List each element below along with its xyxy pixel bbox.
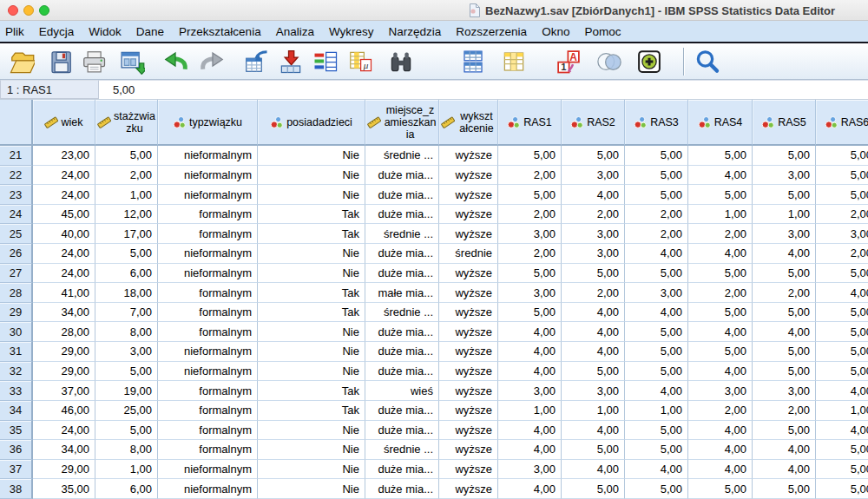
cell-stazzwiazku-row28[interactable]: 18,00 <box>95 283 158 303</box>
split-file-button[interactable] <box>458 47 488 76</box>
cell-ras6-row26[interactable]: 2,00 <box>816 244 868 264</box>
cell-ras4-row26[interactable]: 4,00 <box>688 244 753 264</box>
column-header-typzwiazku[interactable]: typzwiązku <box>158 100 258 146</box>
cell-ras3-row34[interactable]: 1,00 <box>625 401 688 421</box>
cell-ras2-row38[interactable]: 5,00 <box>562 479 625 499</box>
cell-wyksztalcenie-row32[interactable]: wyższe <box>439 362 498 382</box>
menu-item-okno[interactable]: Okno <box>542 25 569 38</box>
cell-posiadadzieci-row28[interactable]: Tak <box>258 283 365 303</box>
cell-ras6-row28[interactable]: 4,00 <box>816 283 868 303</box>
row-number-31[interactable]: 31 <box>0 342 33 362</box>
cell-stazzwiazku-row35[interactable]: 5,00 <box>95 421 158 441</box>
row-number-23[interactable]: 23 <box>0 185 33 205</box>
cell-ras2-row27[interactable]: 5,00 <box>562 264 625 284</box>
cell-wiek-row22[interactable]: 24,00 <box>33 166 95 186</box>
cell-wiek-row35[interactable]: 24,00 <box>33 421 95 441</box>
cell-ras4-row22[interactable]: 4,00 <box>688 166 753 186</box>
cell-ras4-row35[interactable]: 4,00 <box>688 421 753 441</box>
cell-ras3-row28[interactable]: 3,00 <box>625 283 688 303</box>
minimize-window-button[interactable] <box>23 5 34 16</box>
cell-posiadadzieci-row25[interactable]: Tak <box>258 224 365 244</box>
cell-ras4-row27[interactable]: 5,00 <box>688 264 753 284</box>
cell-posiadadzieci-row30[interactable]: Nie <box>258 322 365 342</box>
cell-posiadadzieci-row31[interactable]: Nie <box>258 342 365 362</box>
row-number-30[interactable]: 30 <box>0 322 33 342</box>
cell-posiadadzieci-row33[interactable]: Tak <box>258 381 365 401</box>
cell-ras1-row30[interactable]: 4,00 <box>498 322 562 342</box>
menu-item-dane[interactable]: Dane <box>136 25 164 38</box>
cell-typzwiazku-row23[interactable]: nieformalnym <box>158 185 258 205</box>
cell-posiadadzieci-row22[interactable]: Nie <box>258 166 365 186</box>
cell-miejsce-zamieszkania-row30[interactable]: duże mia... <box>365 322 439 342</box>
cell-ras3-row25[interactable]: 2,00 <box>625 224 688 244</box>
recall-dialogs-button[interactable] <box>117 47 147 76</box>
print-button[interactable] <box>79 47 108 76</box>
column-header-miejsce-zamieszkania[interactable]: miejsce_zamieszkania <box>365 100 439 146</box>
cell-ras1-row23[interactable]: 5,00 <box>498 185 562 205</box>
column-header-ras2[interactable]: RAS2 <box>562 100 625 146</box>
cell-ras6-row30[interactable]: 5,00 <box>816 322 868 342</box>
cell-miejsce-zamieszkania-row28[interactable]: małe mia... <box>365 283 439 303</box>
cell-wyksztalcenie-row27[interactable]: wyższe <box>439 264 498 284</box>
cell-typzwiazku-row38[interactable]: nieformalnym <box>158 479 258 499</box>
cell-miejsce-zamieszkania-row34[interactable]: duże mia... <box>365 401 439 421</box>
cell-stazzwiazku-row34[interactable]: 25,00 <box>95 401 158 421</box>
goto-case-button[interactable] <box>241 47 271 76</box>
cell-ras1-row29[interactable]: 5,00 <box>498 303 562 323</box>
column-header-ras6[interactable]: RAS6 <box>816 100 868 146</box>
cell-miejsce-zamieszkania-row33[interactable]: wieś <box>365 381 439 401</box>
cell-editor-value[interactable]: 5,00 <box>99 80 868 99</box>
cell-ras5-row24[interactable]: 1,00 <box>753 205 816 225</box>
cell-wiek-row24[interactable]: 45,00 <box>33 205 95 225</box>
cell-ras4-row32[interactable]: 4,00 <box>688 362 753 382</box>
cell-ras2-row36[interactable]: 5,00 <box>562 440 625 460</box>
row-number-28[interactable]: 28 <box>0 283 33 303</box>
row-number-35[interactable]: 35 <box>0 421 33 441</box>
cell-ras2-row37[interactable]: 4,00 <box>562 460 625 480</box>
cell-stazzwiazku-row24[interactable]: 12,00 <box>95 205 158 225</box>
cell-posiadadzieci-row23[interactable]: Nie <box>258 185 365 205</box>
cell-ras1-row31[interactable]: 4,00 <box>498 342 562 362</box>
cell-ras1-row26[interactable]: 2,00 <box>498 244 562 264</box>
row-number-37[interactable]: 37 <box>0 460 33 480</box>
cell-typzwiazku-row33[interactable]: formalnym <box>158 381 258 401</box>
cell-miejsce-zamieszkania-row24[interactable]: duże mia... <box>365 205 439 225</box>
cell-stazzwiazku-row32[interactable]: 5,00 <box>95 362 158 382</box>
cell-ras4-row30[interactable]: 4,00 <box>688 322 753 342</box>
menu-item-analiza[interactable]: Analiza <box>276 25 314 38</box>
cell-ras6-row34[interactable]: 1,00 <box>816 401 868 421</box>
cell-ras4-row37[interactable]: 4,00 <box>688 460 753 480</box>
cell-stazzwiazku-row27[interactable]: 6,00 <box>95 264 158 284</box>
cell-stazzwiazku-row25[interactable]: 17,00 <box>95 224 158 244</box>
cell-miejsce-zamieszkania-row37[interactable]: duże mia... <box>365 460 439 480</box>
cell-wyksztalcenie-row24[interactable]: wyższe <box>439 205 498 225</box>
cell-stazzwiazku-row26[interactable]: 5,00 <box>95 244 158 264</box>
cell-typzwiazku-row34[interactable]: formalnym <box>158 401 258 421</box>
cell-ras3-row37[interactable]: 4,00 <box>625 460 688 480</box>
cell-ras3-row22[interactable]: 5,00 <box>625 166 688 186</box>
cell-ras2-row30[interactable]: 4,00 <box>562 322 625 342</box>
cell-stazzwiazku-row38[interactable]: 6,00 <box>95 479 158 499</box>
cell-ras4-row36[interactable]: 4,00 <box>688 440 753 460</box>
cell-ras2-row33[interactable]: 3,00 <box>562 381 625 401</box>
cell-ras4-row31[interactable]: 5,00 <box>688 342 753 362</box>
cell-wyksztalcenie-row36[interactable]: wyższe <box>439 440 498 460</box>
zoom-button[interactable] <box>693 47 722 76</box>
cell-wiek-row38[interactable]: 35,00 <box>33 479 95 499</box>
cell-wiek-row28[interactable]: 41,00 <box>33 283 95 303</box>
close-window-button[interactable] <box>8 5 18 16</box>
cell-ras3-row31[interactable]: 5,00 <box>625 342 688 362</box>
cell-miejsce-zamieszkania-row38[interactable]: duże mia... <box>365 479 439 499</box>
cell-posiadadzieci-row35[interactable]: Nie <box>258 421 365 441</box>
cell-wyksztalcenie-row29[interactable]: wyższe <box>439 303 498 323</box>
row-number-25[interactable]: 25 <box>0 224 33 244</box>
cell-stazzwiazku-row30[interactable]: 8,00 <box>95 322 158 342</box>
cell-ras2-row21[interactable]: 5,00 <box>562 146 625 166</box>
row-number-36[interactable]: 36 <box>0 440 33 460</box>
cell-wiek-row34[interactable]: 46,00 <box>33 401 95 421</box>
cell-ras4-row38[interactable]: 5,00 <box>688 479 753 499</box>
cell-ras1-row34[interactable]: 1,00 <box>498 401 562 421</box>
cell-ras2-row25[interactable]: 3,00 <box>562 224 625 244</box>
cell-miejsce-zamieszkania-row35[interactable]: duże mia... <box>365 421 439 441</box>
goto-variable-button[interactable] <box>276 47 306 76</box>
